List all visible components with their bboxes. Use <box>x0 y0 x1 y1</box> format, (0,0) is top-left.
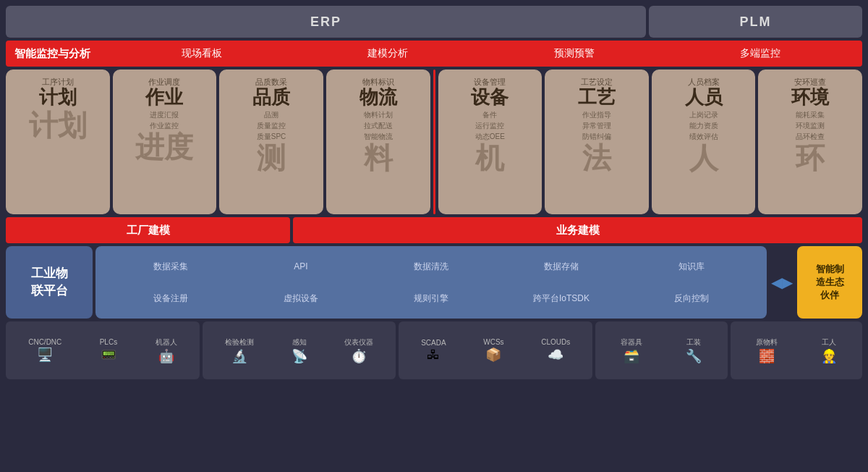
device-inspection: 检验检测 🔬 <box>225 337 254 364</box>
device-group-5: 原物料 🧱 工人 👷 <box>731 321 862 379</box>
business-label: 业务建模 <box>556 224 600 237</box>
monitoring-item-1: 建模分析 <box>367 47 408 60</box>
device-worker: 工人 👷 <box>821 337 837 364</box>
iiot-item-9: 反向控制 <box>628 292 755 305</box>
iiot-left: 工业物联平台 <box>6 246 93 319</box>
factory-label: 工厂建模 <box>127 224 170 237</box>
erp-box: ERP <box>6 6 646 38</box>
iiot-item-7: 规则引擎 <box>367 292 495 305</box>
iiot-item-8: 跨平台IoTSDK <box>498 292 625 305</box>
module-personnel: 人员档案 人员 上岗记录能力资质绩效评估 人 <box>652 69 756 214</box>
section-divider <box>433 69 435 214</box>
device-plcs: PLCs 📟 <box>100 338 117 363</box>
iiot-row: 工业物联平台 数据采集 API 数据清洗 数据存储 知识库 设备注册 虚拟设备 … <box>6 246 862 319</box>
module-process: 工艺设定 工艺 作业指导异常管理防错纠偏 法 <box>545 69 649 214</box>
device-group-1: CNC/DNC 🖥️ PLCs 📟 机器人 🤖 <box>6 321 200 379</box>
iiot-item-2: 数据清洗 <box>367 261 495 273</box>
plm-box: PLM <box>649 6 862 38</box>
device-robot: 机器人 🤖 <box>156 337 177 364</box>
device-material: 原物料 🧱 <box>756 337 778 364</box>
device-container: 容器具 🗃️ <box>621 337 642 364</box>
device-group-3: SCADA 🖧 WCSs 📦 CLOUDs ☁️ <box>399 321 592 379</box>
device-clouds: CLOUDs ☁️ <box>541 338 570 363</box>
iiot-item-3: 数据存储 <box>498 261 625 273</box>
iiot-middle: 数据采集 API 数据清洗 数据存储 知识库 设备注册 虚拟设备 规则引擎 跨平… <box>95 246 767 319</box>
arrow-left: ◀▶ <box>770 246 794 319</box>
top-row: ERP PLM <box>6 6 862 38</box>
module-equipment: 设备管理 设备 备件运行监控动态OEE 机 <box>438 69 542 214</box>
device-sensing: 感知 📡 <box>292 337 307 364</box>
iiot-item-5: 设备注册 <box>107 292 234 305</box>
device-scada: SCADA 🖧 <box>421 339 446 363</box>
monitoring-title: 智能监控与分析 <box>14 47 109 61</box>
devices-row: CNC/DNC 🖥️ PLCs 📟 机器人 🤖 检验检测 🔬 感知 📡 <box>6 321 862 379</box>
iiot-item-4: 知识库 <box>628 261 755 273</box>
plm-label: PLM <box>740 14 772 30</box>
device-group-2: 检验检测 🔬 感知 📡 仪表仪器 ⏱️ <box>203 321 396 379</box>
device-group-4: 容器具 🗃️ 工装 🔧 <box>595 321 727 379</box>
device-instruments: 仪表仪器 ⏱️ <box>344 337 373 364</box>
module-work: 作业调度 作业 进度汇报作业监控 进度 <box>113 69 217 214</box>
device-cnc: CNC/DNC 🖥️ <box>28 338 61 363</box>
monitoring-items: 现场看板 建模分析 预测预警 多端监控 <box>109 47 854 60</box>
erp-label: ERP <box>310 14 341 30</box>
iiot-right: 智能制造生态伙伴 <box>797 246 862 319</box>
device-wcss: WCSs 📦 <box>483 338 503 363</box>
module-environment: 安环巡查 环境 能耗采集环境监测品环检查 环 <box>758 69 862 214</box>
monitoring-item-2: 预测预警 <box>554 47 595 60</box>
iiot-item-6: 虚拟设备 <box>237 292 365 305</box>
main-container: ERP PLM 智能监控与分析 现场看板 建模分析 预测预警 多端监控 工序计划… <box>0 0 868 472</box>
module-logistics: 物料标识 物流 物料计划拉式配送智能物流 料 <box>326 69 430 214</box>
iiot-item-1: API <box>237 261 365 271</box>
business-modeling: 业务建模 <box>293 217 862 243</box>
monitoring-bar: 智能监控与分析 现场看板 建模分析 预测预警 多端监控 <box>6 41 862 67</box>
module-quality: 品质数采 品质 品溯质量监控质量SPC 测 <box>219 69 323 214</box>
factory-modeling: 工厂建模 <box>6 217 290 243</box>
module-plan: 工序计划 计划 计划 <box>6 69 110 214</box>
device-tooling: 工装 🔧 <box>686 337 702 364</box>
monitoring-item-3: 多端监控 <box>740 47 780 60</box>
factory-row: 工厂建模 业务建模 <box>6 217 862 243</box>
monitoring-item-0: 现场看板 <box>182 47 222 60</box>
iiot-item-0: 数据采集 <box>107 261 234 273</box>
modules-row: 工序计划 计划 计划 作业调度 作业 进度汇报作业监控 进度 品质数采 品质 品… <box>6 69 862 214</box>
